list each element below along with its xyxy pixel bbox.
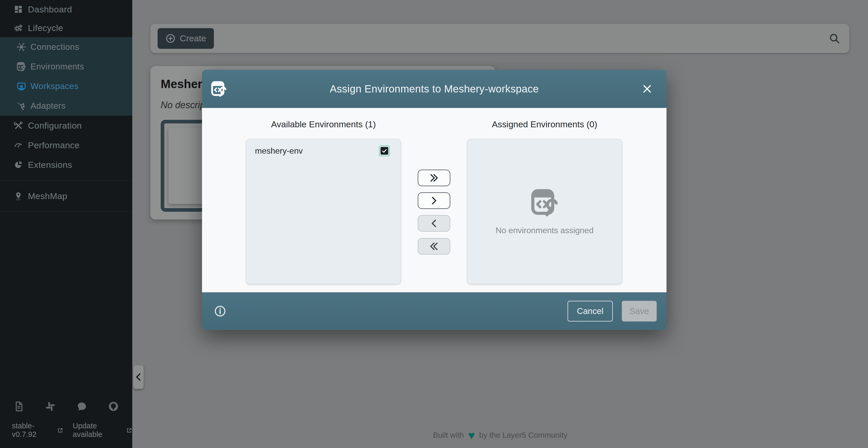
chevron-right-icon xyxy=(429,195,439,206)
dashboard-icon xyxy=(13,4,23,14)
sidebar-item-lifecycle[interactable]: Lifecycle xyxy=(0,19,132,37)
modal-header: Assign Environments to Meshery-workspace xyxy=(202,70,666,108)
sidebar-item-label: Extensions xyxy=(28,160,72,170)
environment-name: meshery-env xyxy=(255,146,303,156)
adapters-icon xyxy=(17,101,26,111)
environment-icon xyxy=(211,81,227,97)
sidebar-item-label: Connections xyxy=(30,42,79,52)
info-button[interactable] xyxy=(213,305,227,318)
assigned-environments-panel: No environments assigned xyxy=(467,139,622,284)
version-label: stable-v0.7.92 xyxy=(12,422,55,439)
slack-icon xyxy=(45,401,56,412)
sidebar-item-connections[interactable]: Connections xyxy=(0,37,132,57)
lifecycle-submenu: Connections Environments Workspaces Adap… xyxy=(0,37,132,116)
github-link[interactable] xyxy=(107,401,119,412)
environment-list-item[interactable]: meshery-env xyxy=(255,146,390,156)
sidebar-item-environments[interactable]: Environments xyxy=(0,57,132,76)
workspaces-icon xyxy=(17,81,26,91)
modal-title: Assign Environments to Meshery-workspace xyxy=(202,83,666,95)
sidebar: Dashboard Lifecycle Connections Environm… xyxy=(0,0,132,448)
sidebar-item-performance[interactable]: Performance xyxy=(0,135,132,155)
extensions-icon xyxy=(13,160,23,170)
info-icon xyxy=(214,305,226,317)
docs-link[interactable] xyxy=(13,401,25,412)
checkbox-checked-box xyxy=(380,147,388,155)
sidebar-item-label: Adapters xyxy=(30,101,66,111)
available-environments-panel: meshery-env xyxy=(246,139,401,284)
sidebar-divider xyxy=(0,212,132,212)
discuss-link[interactable] xyxy=(76,401,88,412)
chevron-left-icon xyxy=(429,218,439,228)
sidebar-item-label: Dashboard xyxy=(28,4,72,14)
move-selected-left-button[interactable] xyxy=(418,215,450,232)
double-chevron-left-icon xyxy=(429,241,439,252)
github-icon xyxy=(108,401,119,412)
move-all-right-button[interactable] xyxy=(418,170,450,186)
sidebar-divider xyxy=(0,180,132,181)
modal-footer: Cancel Save xyxy=(202,292,666,330)
save-button[interactable]: Save xyxy=(622,301,657,321)
sidebar-item-label: Configuration xyxy=(28,121,82,131)
slack-link[interactable] xyxy=(44,401,56,412)
checkmark-icon xyxy=(381,148,388,154)
available-environments-heading: Available Environments (1) xyxy=(246,119,401,129)
assign-environments-modal: Assign Environments to Meshery-workspace… xyxy=(202,70,666,330)
assigned-environments-heading: Assigned Environments (0) xyxy=(467,119,622,129)
double-chevron-right-icon xyxy=(429,173,439,183)
environment-checkbox[interactable] xyxy=(379,146,390,156)
sidebar-nav: Dashboard Lifecycle Connections Environm… xyxy=(0,0,132,212)
sidebar-item-meshmap[interactable]: MeshMap xyxy=(0,186,132,206)
external-link-icon xyxy=(57,427,63,434)
update-available-link[interactable]: Update available xyxy=(73,422,132,439)
empty-assigned-message: No environments assigned xyxy=(496,226,594,235)
sidebar-item-label: Workspaces xyxy=(30,81,79,91)
map-pin-icon xyxy=(13,191,23,201)
configuration-tools-icon xyxy=(13,121,23,130)
sidebar-bottom: stable-v0.7.92 Update available xyxy=(0,401,132,439)
meshery-app: Dashboard Lifecycle Connections Environm… xyxy=(0,0,868,448)
sidebar-item-label: Environments xyxy=(30,62,84,71)
modal-actions: Cancel Save xyxy=(567,301,657,321)
chat-bubble-icon xyxy=(76,401,88,412)
sidebar-item-extensions[interactable]: Extensions xyxy=(0,155,132,174)
version-link[interactable]: stable-v0.7.92 xyxy=(12,422,64,439)
sidebar-item-adapters[interactable]: Adapters xyxy=(0,96,132,116)
cancel-button[interactable]: Cancel xyxy=(567,301,613,321)
sidebar-item-label: Performance xyxy=(28,140,80,150)
sidebar-item-label: MeshMap xyxy=(28,191,67,201)
external-link-icon xyxy=(126,427,132,434)
lifecycle-gears-icon xyxy=(13,23,23,33)
connections-icon xyxy=(17,42,26,52)
environment-icon xyxy=(17,62,26,71)
sidebar-item-workspaces[interactable]: Workspaces xyxy=(0,76,132,96)
sidebar-item-dashboard[interactable]: Dashboard xyxy=(0,0,132,19)
move-selected-right-button[interactable] xyxy=(418,192,450,209)
performance-gauge-icon xyxy=(13,140,23,150)
document-icon xyxy=(13,401,25,412)
sidebar-item-configuration[interactable]: Configuration xyxy=(0,116,132,135)
close-button[interactable] xyxy=(641,83,653,95)
modal-body: Available Environments (1) Assigned Envi… xyxy=(202,108,666,292)
close-icon xyxy=(641,83,653,95)
sidebar-item-label: Lifecycle xyxy=(28,23,63,33)
update-label: Update available xyxy=(73,422,123,439)
move-all-left-button[interactable] xyxy=(418,238,450,255)
environment-icon xyxy=(530,188,559,217)
